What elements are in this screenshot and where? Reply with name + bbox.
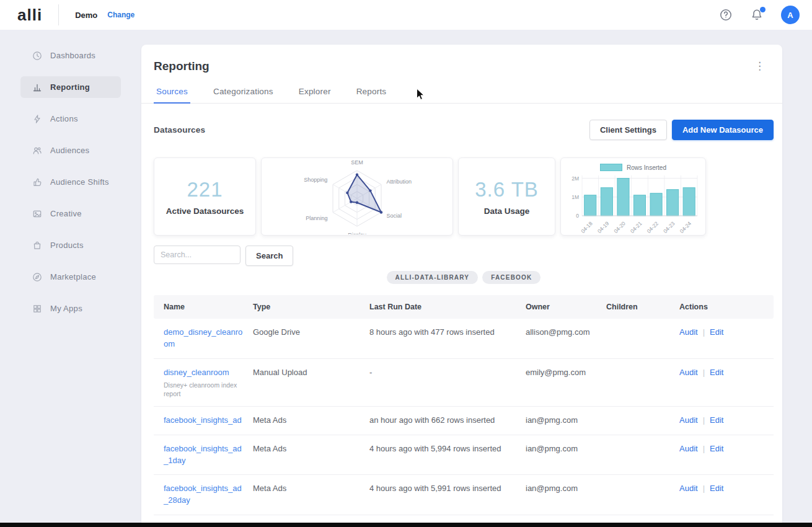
- table-row: facebook_insights_adMeta Adsan hour ago …: [154, 407, 774, 435]
- owner-cell: emily@pmg.com: [526, 359, 606, 406]
- notifications-bell-icon[interactable]: [750, 8, 764, 22]
- datasource-description: Disney+ cleanroom index report: [164, 381, 244, 398]
- datasource-name-link[interactable]: demo_disney_cleanroom: [164, 327, 244, 350]
- edit-link[interactable]: Edit: [710, 444, 723, 453]
- client-settings-button[interactable]: Client Settings: [589, 120, 667, 140]
- avatar[interactable]: A: [781, 6, 800, 24]
- alli-logo: alli: [17, 7, 42, 23]
- svg-text:04-19: 04-19: [596, 220, 610, 234]
- marketplace-icon: [32, 272, 42, 282]
- sidebar-item-label: Marketplace: [50, 272, 96, 281]
- action-separator: |: [703, 415, 705, 425]
- sidebar-item-label: Audiences: [50, 146, 89, 155]
- edit-link[interactable]: Edit: [710, 415, 723, 425]
- bar-chart-legend: Rows Inserted: [600, 164, 666, 171]
- tab-categorizations[interactable]: Categorizations: [211, 87, 276, 103]
- topbar-divider: [58, 4, 59, 25]
- column-header-actions: Actions: [679, 295, 764, 319]
- actions-cell: Audit|Edit: [679, 359, 764, 406]
- svg-text:Attribution: Attribution: [387, 179, 412, 185]
- action-separator: |: [703, 368, 705, 377]
- add-new-datasource-button[interactable]: Add New Datasource: [672, 120, 774, 140]
- sidebar-item-creative[interactable]: Creative: [20, 203, 121, 224]
- children-cell: [606, 319, 679, 358]
- datasources-section-title: Datasources: [154, 125, 205, 135]
- active-datasources-card: 221 Active Datasources: [154, 157, 256, 236]
- table-header-row: NameTypeLast Run DateOwnerChildrenAction…: [154, 295, 774, 319]
- svg-text:04-22: 04-22: [645, 220, 660, 234]
- children-cell: [606, 359, 679, 406]
- filter-tag-facebook[interactable]: FACEBOOK: [482, 271, 541, 284]
- datasource-name-link[interactable]: facebook_insights_ad_1day: [164, 443, 244, 467]
- sidebar-item-label: Products: [50, 241, 84, 250]
- table-row: disney_cleanroomDisney+ cleanroom index …: [154, 359, 774, 407]
- bottom-bar: [0, 523, 812, 527]
- svg-text:1M: 1M: [571, 194, 579, 200]
- audit-link[interactable]: Audit: [679, 327, 698, 337]
- last-run-cell: an hour ago with 662 rows inserted: [369, 407, 526, 435]
- search-row: Search: [154, 246, 774, 266]
- search-button[interactable]: Search: [245, 246, 293, 266]
- svg-text:Social: Social: [387, 213, 402, 219]
- bar-chart: 01M2M04-1804-1904-2004-2104-2204-2304-24: [566, 172, 701, 234]
- tab-explorer[interactable]: Explorer: [296, 87, 333, 103]
- sidebar-item-reporting[interactable]: Reporting: [20, 76, 121, 98]
- datasource-name-link[interactable]: facebook_insights_ad: [164, 415, 242, 427]
- tab-bar: SourcesCategorizationsExplorerReports: [141, 87, 782, 104]
- sidebar-item-actions[interactable]: Actions: [20, 108, 121, 130]
- datasources-header: Datasources Client Settings Add New Data…: [154, 120, 774, 140]
- sidebar-item-audiences[interactable]: Audiences: [20, 140, 121, 161]
- type-cell: Meta Ads: [253, 435, 369, 475]
- datasource-name-link[interactable]: disney_cleanroom: [164, 367, 229, 379]
- edit-link[interactable]: Edit: [710, 368, 723, 377]
- sidebar-item-marketplace[interactable]: Marketplace: [20, 266, 121, 288]
- sidebar-item-my-apps[interactable]: My Apps: [20, 298, 121, 319]
- sidebar-item-label: Dashboards: [50, 51, 95, 60]
- topbar-actions: A: [719, 6, 800, 24]
- tab-sources[interactable]: Sources: [154, 87, 190, 103]
- type-cell: Manual Upload: [253, 359, 369, 406]
- kebab-menu-icon[interactable]: ⋮: [751, 60, 769, 73]
- filter-tag-alli-data-library[interactable]: ALLI-DATA-LIBRARY: [387, 271, 479, 284]
- action-separator: |: [703, 484, 705, 493]
- tab-reports[interactable]: Reports: [354, 87, 389, 103]
- radar-chart: SEMAttributionSocialDisplayPlanningShopp…: [264, 159, 450, 234]
- sidebar-item-audience-shifts[interactable]: Audience Shifts: [20, 171, 121, 193]
- data-usage-card: 3.6 TB Data Usage: [458, 157, 555, 236]
- search-input[interactable]: [154, 246, 241, 264]
- audit-link[interactable]: Audit: [679, 368, 698, 377]
- datasource-name-link[interactable]: facebook_insights_ad_28day: [164, 483, 244, 507]
- legend-swatch: [600, 164, 622, 171]
- type-cell: Meta Ads: [253, 475, 369, 515]
- active-datasources-label: Active Datasources: [166, 206, 244, 216]
- owner-cell: ian@pmg.com: [526, 475, 606, 515]
- audit-link[interactable]: Audit: [679, 444, 698, 453]
- owner-cell: ian@pmg.com: [526, 435, 606, 475]
- audience-shifts-icon: [32, 177, 42, 187]
- edit-link[interactable]: Edit: [710, 327, 723, 337]
- svg-text:04-21: 04-21: [629, 220, 643, 234]
- action-separator: |: [703, 327, 705, 337]
- help-icon[interactable]: [719, 8, 733, 22]
- column-header-children: Children: [606, 295, 679, 319]
- sidebar-item-label: Audience Shifts: [50, 177, 109, 187]
- table-row: facebook_insights_ad_1dayMeta Ads4 hours…: [154, 435, 774, 476]
- svg-text:Shopping: Shopping: [304, 177, 327, 183]
- change-client-link[interactable]: Change: [107, 11, 135, 19]
- page-title: Reporting: [154, 60, 210, 73]
- edit-link[interactable]: Edit: [710, 484, 723, 493]
- audit-link[interactable]: Audit: [679, 415, 698, 425]
- children-cell: [606, 435, 679, 475]
- svg-text:0: 0: [576, 213, 579, 219]
- audit-link[interactable]: Audit: [679, 484, 698, 493]
- reporting-card: Reporting ⋮ SourcesCategorizationsExplor…: [141, 45, 782, 527]
- table-row: demo_disney_cleanroomGoogle Drive8 hours…: [154, 319, 774, 359]
- legend-label: Rows Inserted: [627, 164, 666, 171]
- svg-text:Planning: Planning: [306, 215, 327, 221]
- category-radar-card: SEMAttributionSocialDisplayPlanningShopp…: [261, 157, 453, 236]
- svg-text:2M: 2M: [571, 175, 579, 182]
- sidebar-item-products[interactable]: Products: [20, 234, 121, 256]
- table-row: facebook_insights_ad_28dayMeta Ads4 hour…: [154, 475, 774, 515]
- sidebar-item-dashboards[interactable]: Dashboards: [20, 45, 121, 66]
- notification-dot: [760, 7, 766, 12]
